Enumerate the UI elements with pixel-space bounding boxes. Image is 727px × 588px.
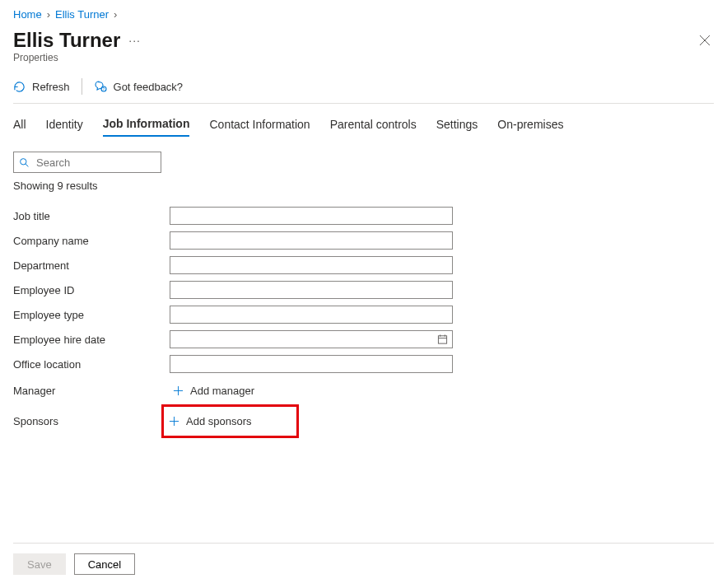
refresh-label: Refresh [32, 81, 70, 93]
tabs: All Identity Job Information Contact Inf… [13, 112, 714, 137]
footer: Save Cancel [13, 543, 714, 575]
row-employee-type: Employee type [13, 302, 714, 327]
input-department[interactable] [170, 256, 453, 274]
chevron-right-icon: › [114, 8, 117, 21]
label-sponsors: Sponsors [13, 415, 170, 427]
label-department: Department [13, 259, 170, 272]
label-job-title: Job title [13, 210, 170, 222]
tab-settings[interactable]: Settings [436, 113, 478, 136]
highlight-add-sponsors: Add sponsors [161, 404, 299, 438]
breadcrumb-home[interactable]: Home [13, 8, 42, 21]
add-manager-label: Add manager [190, 385, 254, 397]
label-employee-id: Employee ID [13, 284, 170, 296]
search-area: Showing 9 results [13, 152, 714, 192]
divider [82, 78, 82, 95]
svg-point-2 [21, 158, 26, 164]
plus-icon [173, 385, 184, 396]
search-icon [19, 157, 30, 168]
cancel-button[interactable]: Cancel [74, 553, 135, 575]
row-sponsors: Sponsors Add sponsors [13, 404, 714, 437]
input-job-title[interactable] [170, 207, 453, 225]
add-manager-button[interactable]: Add manager [170, 380, 261, 402]
breadcrumb-current[interactable]: Ellis Turner [55, 8, 109, 21]
label-company-name: Company name [13, 235, 170, 247]
input-company-name[interactable] [170, 231, 453, 250]
breadcrumb: Home › Ellis Turner › [13, 8, 714, 21]
row-job-title: Job title [13, 203, 714, 228]
row-manager: Manager Add manager [13, 378, 714, 403]
add-sponsors-button[interactable]: Add sponsors [165, 410, 259, 432]
save-button: Save [13, 553, 66, 575]
job-info-form: Job title Company name Department Employ… [13, 203, 714, 437]
close-button[interactable] [696, 31, 714, 49]
label-manager: Manager [13, 385, 170, 397]
input-employee-type[interactable] [170, 306, 453, 324]
input-office-location[interactable] [170, 355, 453, 373]
search-box[interactable] [13, 152, 161, 173]
feedback-label: Got feedback? [114, 81, 184, 93]
tab-job-information[interactable]: Job Information [103, 112, 190, 137]
close-icon [699, 35, 711, 46]
row-hire-date: Employee hire date [13, 327, 714, 352]
row-company-name: Company name [13, 228, 714, 253]
refresh-button[interactable]: Refresh [13, 81, 70, 93]
search-input[interactable] [35, 156, 156, 170]
svg-line-3 [26, 164, 28, 166]
page-title: Ellis Turner [13, 29, 120, 52]
tab-on-premises[interactable]: On-premises [497, 113, 563, 136]
results-count: Showing 9 results [13, 180, 714, 192]
command-bar: Refresh ? Got feedback? [13, 78, 714, 103]
row-department: Department [13, 253, 714, 278]
tab-identity[interactable]: Identity [46, 113, 83, 136]
add-sponsors-label: Add sponsors [186, 415, 252, 427]
label-employee-type: Employee type [13, 309, 170, 321]
svg-text:?: ? [102, 86, 105, 91]
tab-parental-controls[interactable]: Parental controls [330, 113, 417, 136]
title-row: Ellis Turner ··· [13, 29, 714, 52]
divider [13, 103, 714, 104]
row-employee-id: Employee ID [13, 278, 714, 302]
plus-icon [169, 416, 179, 427]
feedback-icon: ? [94, 80, 107, 93]
feedback-button[interactable]: ? Got feedback? [94, 80, 184, 93]
input-employee-id[interactable] [170, 281, 453, 299]
page-subtitle: Properties [13, 52, 714, 63]
more-button[interactable]: ··· [128, 34, 141, 47]
input-hire-date[interactable] [170, 330, 453, 348]
tab-all[interactable]: All [13, 113, 26, 136]
label-hire-date: Employee hire date [13, 334, 170, 346]
tab-contact-information[interactable]: Contact Information [209, 113, 310, 136]
refresh-icon [13, 81, 26, 93]
chevron-right-icon: › [47, 8, 50, 21]
label-office-location: Office location [13, 358, 170, 371]
row-office-location: Office location [13, 352, 714, 376]
